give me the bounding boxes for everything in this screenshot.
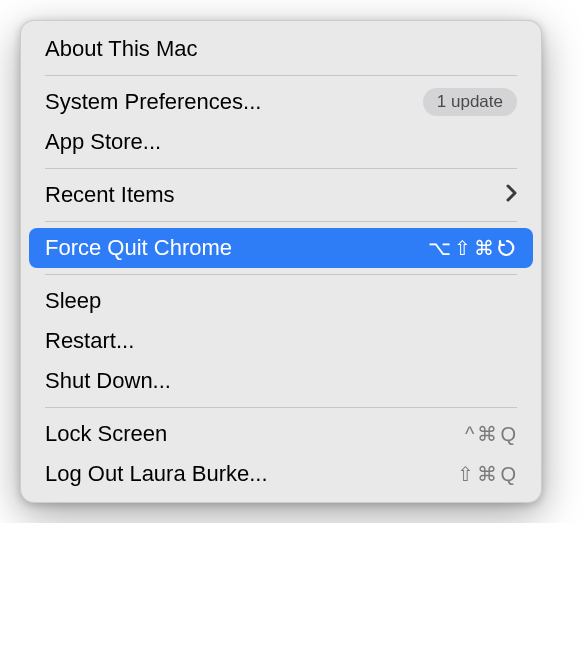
menu-item-app-store[interactable]: App Store... [21, 122, 541, 162]
control-key-icon: ^ [465, 423, 475, 446]
keyboard-shortcut: ^ ⌘ Q [465, 422, 517, 446]
command-key-icon: ⌘ [477, 422, 498, 446]
shift-key-icon: ⇧ [454, 236, 472, 260]
menu-item-system-preferences[interactable]: System Preferences... 1 update [21, 82, 541, 122]
menu-separator [45, 168, 517, 169]
update-badge: 1 update [423, 88, 517, 116]
menu-separator [45, 407, 517, 408]
menu-item-label: Recent Items [45, 182, 175, 208]
menu-item-about-this-mac[interactable]: About This Mac [21, 29, 541, 69]
menu-separator [45, 221, 517, 222]
escape-key-icon [497, 238, 517, 258]
menu-item-label: Restart... [45, 328, 134, 354]
menu-item-label: Shut Down... [45, 368, 171, 394]
keyboard-shortcut: ⇧ ⌘ Q [457, 462, 517, 486]
option-key-icon: ⌥ [428, 236, 452, 260]
menu-item-label: Sleep [45, 288, 101, 314]
menu-item-restart[interactable]: Restart... [21, 321, 541, 361]
chevron-right-icon [506, 184, 517, 207]
menu-item-label: About This Mac [45, 36, 197, 62]
menu-item-label: App Store... [45, 129, 161, 155]
menu-item-label: Log Out Laura Burke... [45, 461, 268, 487]
command-key-icon: ⌘ [477, 462, 498, 486]
command-key-icon: ⌘ [474, 236, 495, 260]
shortcut-key: Q [500, 423, 517, 446]
menu-item-recent-items[interactable]: Recent Items [21, 175, 541, 215]
menu-separator [45, 75, 517, 76]
apple-menu: About This Mac System Preferences... 1 u… [20, 20, 542, 503]
shift-key-icon: ⇧ [457, 462, 475, 486]
keyboard-shortcut: ⌥ ⇧ ⌘ [428, 236, 517, 260]
menu-item-shut-down[interactable]: Shut Down... [21, 361, 541, 401]
shortcut-key: Q [500, 463, 517, 486]
menu-item-log-out[interactable]: Log Out Laura Burke... ⇧ ⌘ Q [21, 454, 541, 494]
menu-item-label: Force Quit Chrome [45, 235, 232, 261]
menu-item-lock-screen[interactable]: Lock Screen ^ ⌘ Q [21, 414, 541, 454]
menu-item-sleep[interactable]: Sleep [21, 281, 541, 321]
menu-item-label: System Preferences... [45, 89, 261, 115]
menu-separator [45, 274, 517, 275]
menu-item-label: Lock Screen [45, 421, 167, 447]
menu-item-force-quit[interactable]: Force Quit Chrome ⌥ ⇧ ⌘ [29, 228, 533, 268]
